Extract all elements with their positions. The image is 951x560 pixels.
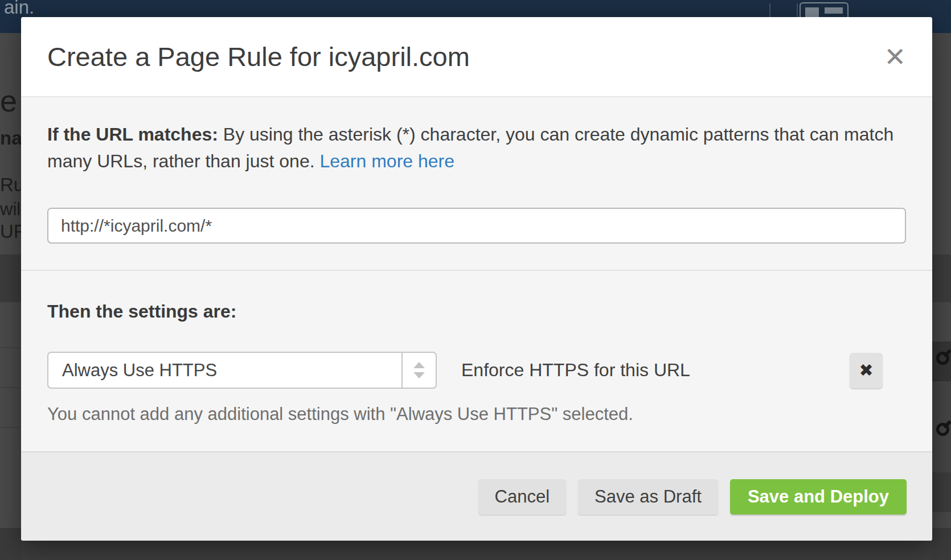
url-match-description: If the URL matches: By using the asteris… (47, 121, 901, 175)
modal-title: Create a Page Rule for icyapril.com (47, 41, 470, 72)
save-deploy-button[interactable]: Save and Deploy (730, 479, 907, 514)
url-pattern-input[interactable] (47, 208, 906, 244)
background-row-divider (0, 387, 21, 388)
section-divider (21, 270, 932, 271)
select-stepper-icon (401, 353, 436, 388)
setting-select[interactable]: Always Use HTTPS (47, 352, 437, 389)
learn-more-link[interactable]: Learn more here (319, 151, 454, 171)
background-text-fragment: nav (0, 127, 21, 149)
setting-select-value: Always Use HTTPS (48, 360, 401, 381)
background-band (932, 528, 951, 560)
background-table-header (0, 254, 21, 302)
background-topbar-fragment: ain. (4, 0, 34, 18)
cancel-button[interactable]: Cancel (478, 479, 567, 514)
background-page-left-strip: e nav Ru will UR (0, 33, 21, 560)
background-text-fragment: e (0, 83, 17, 118)
remove-icon: ✖ (859, 360, 873, 380)
url-matches-label: If the URL matches: (47, 124, 218, 145)
background-text-fragment: UR (0, 221, 21, 242)
background-text-fragment: Ru (0, 174, 21, 196)
setting-description: Enforce HTTPS for this URL (461, 360, 690, 381)
modal-footer: Cancel Save as Draft Save and Deploy (21, 451, 932, 541)
background-page-right-strip (932, 33, 951, 560)
remove-setting-button[interactable]: ✖ (850, 353, 883, 388)
background-table-header (932, 254, 951, 302)
screen: ain. e nav Ru will UR Create a Page Rul (0, 0, 951, 560)
modal-body: If the URL matches: By using the asteris… (21, 97, 932, 451)
chevron-up-icon (413, 362, 425, 368)
modal-header: Create a Page Rule for icyapril.com ✕ (21, 17, 932, 97)
close-icon[interactable]: ✕ (884, 44, 906, 70)
background-band (0, 528, 21, 560)
setting-row: Always Use HTTPS Enforce HTTPS for this … (47, 352, 906, 389)
background-bottom-strip (21, 541, 932, 560)
background-text-fragment: will (0, 199, 21, 220)
background-row (932, 472, 951, 512)
layout-icon-bar (825, 7, 843, 14)
chevron-down-icon (413, 372, 425, 378)
settings-note: You cannot add any additional settings w… (47, 404, 906, 425)
background-row-divider (0, 347, 21, 348)
background-row-divider (0, 427, 21, 428)
settings-heading: Then the settings are: (47, 301, 906, 322)
save-draft-button[interactable]: Save as Draft (578, 479, 718, 514)
page-rule-modal: Create a Page Rule for icyapril.com ✕ If… (21, 17, 932, 541)
